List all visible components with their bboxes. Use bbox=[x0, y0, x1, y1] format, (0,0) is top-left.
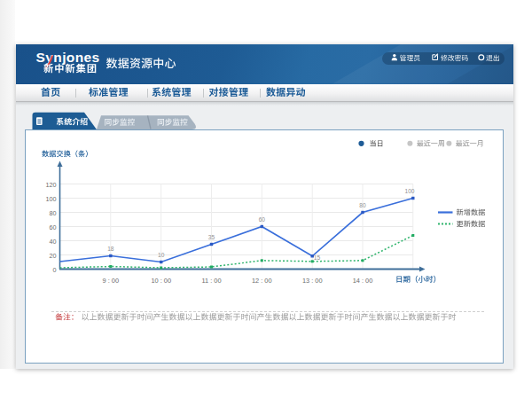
svg-text:40: 40 bbox=[50, 238, 57, 246]
svg-text:14 : 00: 14 : 00 bbox=[353, 277, 373, 285]
svg-text:15: 15 bbox=[314, 254, 321, 261]
svg-text:18: 18 bbox=[107, 246, 114, 252]
svg-text:10 : 00: 10 : 00 bbox=[151, 277, 171, 285]
svg-text:20: 20 bbox=[50, 252, 57, 260]
svg-text:60: 60 bbox=[50, 223, 57, 231]
svg-text:12 : 00: 12 : 00 bbox=[252, 277, 272, 285]
svg-text:120: 120 bbox=[46, 181, 57, 189]
svg-text:9 : 00: 9 : 00 bbox=[103, 277, 120, 285]
svg-text:100: 100 bbox=[46, 195, 57, 203]
svg-text:60: 60 bbox=[259, 216, 266, 223]
svg-text:11 : 00: 11 : 00 bbox=[201, 277, 221, 285]
svg-text:35: 35 bbox=[208, 234, 215, 240]
svg-text:80: 80 bbox=[359, 202, 366, 208]
svg-text:10: 10 bbox=[158, 252, 165, 258]
svg-text:0: 0 bbox=[53, 266, 57, 274]
svg-text:100: 100 bbox=[404, 188, 414, 194]
svg-text:80: 80 bbox=[50, 209, 57, 217]
svg-text:13 : 00: 13 : 00 bbox=[302, 277, 323, 285]
